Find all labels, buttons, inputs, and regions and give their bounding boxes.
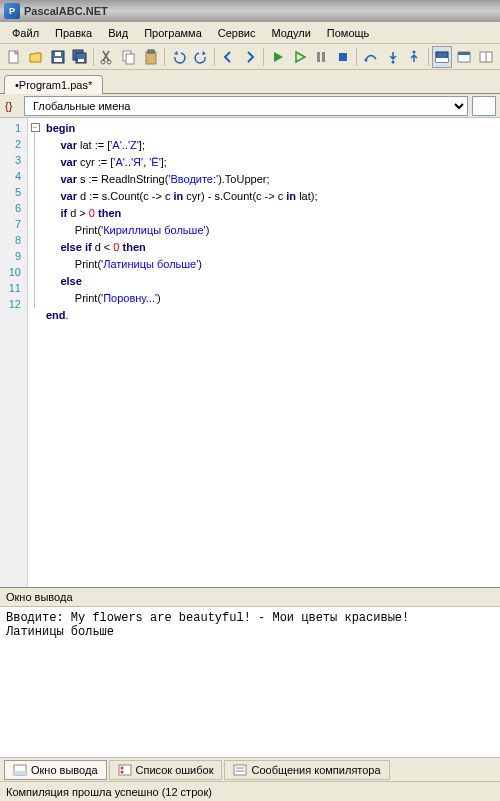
svg-rect-10 xyxy=(126,54,134,64)
run-icon[interactable] xyxy=(267,46,288,68)
redo-icon[interactable] xyxy=(190,46,211,68)
svg-point-29 xyxy=(120,766,123,769)
save-all-icon[interactable] xyxy=(69,46,90,68)
menu-bar: Файл Правка Вид Программа Сервис Модули … xyxy=(0,22,500,44)
step-into-icon[interactable] xyxy=(382,46,403,68)
svg-point-30 xyxy=(120,770,123,773)
tab-label: Список ошибок xyxy=(136,764,214,776)
svg-rect-13 xyxy=(317,52,320,62)
svg-point-16 xyxy=(364,58,367,61)
code-editor[interactable]: 123 456 789 101112 − begin var lat := ['… xyxy=(0,118,500,587)
tab-label: Окно вывода xyxy=(31,764,98,776)
fold-column: − xyxy=(28,118,42,587)
new-file-icon[interactable] xyxy=(4,46,25,68)
svg-rect-6 xyxy=(78,59,84,62)
svg-rect-15 xyxy=(339,53,347,61)
output-icon xyxy=(13,763,27,777)
svg-rect-31 xyxy=(234,765,246,775)
svg-rect-12 xyxy=(148,50,154,53)
pause-icon[interactable] xyxy=(311,46,332,68)
output-panel-content: Вводите: My flowers are beautyful! - Мои… xyxy=(0,607,500,757)
tab-label: Сообщения компилятора xyxy=(251,764,380,776)
line-numbers: 123 456 789 101112 xyxy=(0,118,28,587)
tab-label: •Program1.pas* xyxy=(15,79,92,91)
paste-icon[interactable] xyxy=(141,46,162,68)
step-out-icon[interactable] xyxy=(404,46,425,68)
window-title: PascalABC.NET xyxy=(24,5,108,17)
code-content[interactable]: begin var lat := ['A'..'Z']; var cyr := … xyxy=(42,118,500,587)
tab-compiler-messages[interactable]: Сообщения компилятора xyxy=(224,760,389,780)
tab-output-window[interactable]: Окно вывода xyxy=(4,760,107,780)
svg-rect-2 xyxy=(54,58,62,62)
view-form-icon[interactable] xyxy=(453,46,474,68)
next-icon[interactable] xyxy=(240,46,261,68)
svg-rect-3 xyxy=(55,52,61,56)
scope-select[interactable]: Глобальные имена xyxy=(24,96,468,116)
menu-help[interactable]: Помощь xyxy=(319,24,378,42)
toolbar xyxy=(0,44,500,70)
fold-box-icon[interactable]: − xyxy=(31,123,40,132)
editor-tabs: •Program1.pas* xyxy=(0,70,500,94)
error-list-icon xyxy=(118,763,132,777)
menu-file[interactable]: Файл xyxy=(4,24,47,42)
view-output-icon[interactable] xyxy=(432,46,453,68)
view-split-icon[interactable] xyxy=(475,46,496,68)
scope-bar: {} Глобальные имена xyxy=(0,94,500,118)
svg-rect-20 xyxy=(436,58,448,62)
menu-edit[interactable]: Правка xyxy=(47,24,100,42)
svg-rect-22 xyxy=(458,52,470,55)
title-bar: P PascalABC.NET xyxy=(0,0,500,22)
svg-text:{}: {} xyxy=(5,100,13,112)
svg-point-17 xyxy=(391,60,394,63)
svg-rect-28 xyxy=(119,765,131,775)
scope-icon: {} xyxy=(4,98,20,114)
output-panel-title: Окно вывода xyxy=(0,587,500,607)
app-icon: P xyxy=(4,3,20,19)
scope-search-input[interactable] xyxy=(472,96,496,116)
undo-icon[interactable] xyxy=(168,46,189,68)
prev-icon[interactable] xyxy=(218,46,239,68)
save-icon[interactable] xyxy=(48,46,69,68)
menu-program[interactable]: Программа xyxy=(136,24,210,42)
tab-program1[interactable]: •Program1.pas* xyxy=(4,75,103,94)
stop-icon[interactable] xyxy=(333,46,354,68)
status-bar: Компиляция прошла успешно (12 строк) xyxy=(0,781,500,801)
status-text: Компиляция прошла успешно (12 строк) xyxy=(6,786,212,798)
menu-service[interactable]: Сервис xyxy=(210,24,264,42)
menu-view[interactable]: Вид xyxy=(100,24,136,42)
tab-error-list[interactable]: Список ошибок xyxy=(109,760,223,780)
copy-icon[interactable] xyxy=(119,46,140,68)
run-no-debug-icon[interactable] xyxy=(289,46,310,68)
messages-icon xyxy=(233,763,247,777)
open-file-icon[interactable] xyxy=(26,46,47,68)
svg-rect-27 xyxy=(14,771,26,775)
cut-icon[interactable] xyxy=(97,46,118,68)
step-over-icon[interactable] xyxy=(360,46,381,68)
svg-rect-11 xyxy=(146,52,156,64)
bottom-tabs: Окно вывода Список ошибок Сообщения комп… xyxy=(0,757,500,781)
menu-modules[interactable]: Модули xyxy=(263,24,318,42)
svg-point-18 xyxy=(413,50,416,53)
svg-rect-14 xyxy=(322,52,325,62)
